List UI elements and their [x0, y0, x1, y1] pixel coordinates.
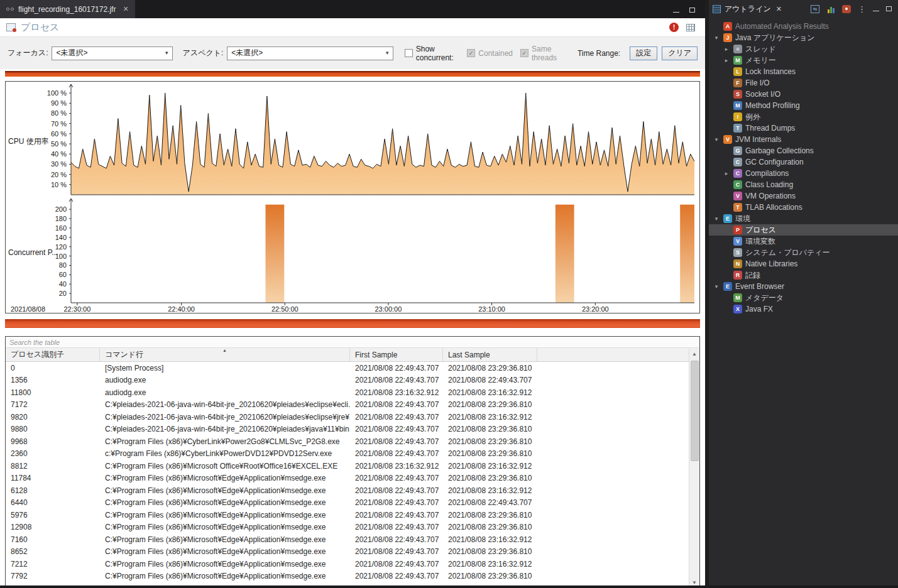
table-row[interactable]: 7160C:¥Program Files (x86)¥Microsoft¥Edg…: [6, 533, 699, 546]
time-range-selector-bottom[interactable]: [5, 319, 700, 328]
chevron-expanded-icon[interactable]: ▾: [713, 136, 720, 143]
sidebar-item-compilations[interactable]: ▸CCompilations: [709, 168, 898, 179]
sidebar-item-tlab-allocations[interactable]: TTLAB Allocations: [709, 202, 898, 213]
chevron-down-icon[interactable]: ▼: [162, 47, 172, 60]
column-header[interactable]: First Sample: [350, 348, 443, 361]
table-cell: C:¥Program Files (x86)¥Microsoft¥Edge¥Ap…: [100, 474, 350, 482]
process-table: プロセス識別子コマンド行▲First SampleLast Sample 0[S…: [5, 336, 700, 588]
chevron-collapsed-icon[interactable]: ▸: [723, 57, 730, 63]
sidebar-item-gc-configuration[interactable]: CGC Configuration: [709, 156, 898, 168]
table-scrollbar[interactable]: ▲ ▼: [689, 349, 699, 588]
time-range-clear-button[interactable]: クリア: [662, 46, 698, 60]
sidebar-item-javafx[interactable]: XJava FX: [709, 303, 898, 315]
checkbox-same-threads[interactable]: ✓Same threads: [520, 45, 566, 62]
table-row[interactable]: 6440C:¥Program Files (x86)¥Microsoft¥Edg…: [6, 497, 699, 509]
editor-restore-icon[interactable]: [689, 4, 695, 15]
checkbox-box-icon[interactable]: ✓: [520, 49, 528, 57]
checkbox-show-concurrent-[interactable]: Show concurrent:: [405, 45, 460, 62]
sidebar-item-class-loading[interactable]: CClass Loading: [709, 179, 898, 190]
sidebar-item-garbage-collections[interactable]: GGarbage Collections: [709, 145, 898, 156]
sidebar-item-lock[interactable]: LLock Instances: [709, 66, 898, 77]
sidebar-item-system-properties[interactable]: Sシステム・プロパティー: [709, 247, 898, 258]
table-row[interactable]: 8812C:¥Program Files (x86)¥Microsoft Off…: [6, 460, 699, 472]
chevron-expanded-icon[interactable]: ▾: [713, 283, 720, 290]
table-row[interactable]: 9968C:¥Program Files (x86)¥CyberLink¥Pow…: [6, 435, 699, 448]
sidebar-restore-icon[interactable]: [886, 4, 892, 13]
scrollbar-thumb[interactable]: [691, 361, 699, 461]
sidebar-item-processes[interactable]: Pプロセス: [709, 224, 898, 236]
sidebar-item-env-variables[interactable]: V環境変数: [709, 236, 898, 247]
focus-selection-icon[interactable]: [842, 5, 851, 13]
error-badge-icon[interactable]: !: [669, 23, 679, 32]
table-cell: 2021/08/08 23:29:36.810: [443, 547, 537, 556]
sidebar-item-automated-analysis[interactable]: AAutomated Analysis Results: [709, 21, 898, 32]
sidebar-item-recording[interactable]: R記録: [709, 270, 898, 281]
sidebar-item-file-io[interactable]: FFile I/O: [709, 77, 898, 89]
sidebar-item-native-libraries[interactable]: NNative Libraries: [709, 258, 898, 270]
table-row[interactable]: 11800audiodg.exe2021/08/08 23:16:32.9122…: [6, 386, 699, 399]
sidebar-item-environment[interactable]: ▾E環境: [709, 213, 898, 224]
sidebar-item-thread-dumps[interactable]: TThread Dumps: [709, 122, 898, 134]
column-header-label: コマンド行: [105, 349, 143, 360]
chevron-collapsed-icon[interactable]: ▸: [723, 46, 730, 52]
time-range-selector-top[interactable]: [5, 71, 700, 77]
search-input[interactable]: [6, 337, 699, 347]
table-row[interactable]: 7172C:¥pleiades-2021-06-java-win-64bit-j…: [6, 399, 699, 411]
column-header[interactable]: Last Sample: [443, 348, 537, 361]
table-row[interactable]: 12908C:¥Program Files (x86)¥Microsoft¥Ed…: [6, 521, 699, 534]
scroll-up-icon[interactable]: ▲: [689, 349, 700, 359]
table-settings-icon[interactable]: [686, 24, 695, 31]
sidebar-item-metadata[interactable]: Mメタデータ: [709, 292, 898, 303]
checkbox-box-icon[interactable]: [405, 49, 413, 57]
focus-combo[interactable]: <未選択> ▼: [52, 46, 172, 60]
sort-chart-icon[interactable]: [826, 5, 835, 13]
sidebar-item-exceptions[interactable]: !例外: [709, 111, 898, 122]
sidebar-item-method-profiling[interactable]: MMethod Profiling: [709, 100, 898, 111]
aspect-combo[interactable]: <未選択> ▼: [227, 46, 393, 60]
table-cell: C:¥Program Files (x86)¥Microsoft¥Edge¥Ap…: [100, 535, 350, 544]
sidebar-item-memory[interactable]: ▸Mメモリー: [709, 55, 898, 66]
table-row[interactable]: 9820C:¥pleiades-2021-06-java-win-64bit-j…: [6, 411, 699, 423]
editor-region: flight_recording_16017172.jfr ✕ プロセス ! フ…: [0, 0, 705, 588]
sidebar-item-label: JVM Internals: [735, 135, 781, 144]
table-row[interactable]: 11784C:¥Program Files (x86)¥Microsoft¥Ed…: [6, 472, 699, 485]
chevron-expanded-icon[interactable]: ▾: [713, 35, 720, 41]
sidebar-item-jvm-internals[interactable]: ▾VJVM Internals: [709, 134, 898, 145]
table-row[interactable]: 6128C:¥Program Files (x86)¥Microsoft¥Edg…: [6, 484, 699, 497]
outline-tab-title[interactable]: アウトライン: [725, 4, 771, 14]
checkbox-box-icon[interactable]: ✓: [467, 49, 475, 57]
table-row[interactable]: 9880C:¥pleiades-2021-06-java-win-64bit-j…: [6, 423, 699, 436]
chevron-collapsed-icon[interactable]: ▸: [723, 170, 730, 177]
column-header[interactable]: [537, 348, 689, 361]
svg-text:2021/08/08: 2021/08/08: [11, 305, 45, 313]
sidebar-item-threads[interactable]: ▸≡スレッド: [709, 43, 898, 55]
link-with-editor-icon[interactable]: ⇆: [811, 5, 819, 13]
sidebar-item-label: TLAB Allocations: [745, 203, 802, 212]
svg-text:22:30:00: 22:30:00: [63, 305, 90, 313]
sidebar-item-java-app[interactable]: ▾JJava アプリケーション: [709, 32, 898, 43]
column-header[interactable]: プロセス識別子: [6, 348, 100, 361]
table-row[interactable]: 7212C:¥Program Files (x86)¥Microsoft¥Edg…: [6, 558, 699, 570]
chevron-down-icon[interactable]: ▼: [382, 47, 393, 60]
table-row[interactable]: 0[System Process]2021/08/08 22:49:43.707…: [6, 362, 699, 374]
table-row[interactable]: 7792C:¥Program Files (x86)¥Microsoft¥Edg…: [6, 570, 699, 583]
view-menu-icon[interactable]: ⋮: [858, 4, 866, 14]
tab-close-icon[interactable]: ✕: [123, 5, 128, 13]
table-row[interactable]: 2360c:¥Program Files (x86)¥CyberLink¥Pow…: [6, 448, 699, 460]
outline-close-icon[interactable]: ✕: [776, 5, 782, 13]
table-row[interactable]: 8652C:¥Program Files (x86)¥Microsoft¥Edg…: [6, 546, 699, 558]
chevron-expanded-icon[interactable]: ▾: [713, 215, 720, 222]
sidebar-item-event-browser[interactable]: ▾EEvent Browser: [709, 281, 898, 292]
editor-minimize-icon[interactable]: [673, 4, 679, 15]
sidebar-minimize-icon[interactable]: [873, 4, 879, 13]
table-row[interactable]: 1356audiodg.exe2021/08/08 22:49:43.70720…: [6, 374, 699, 387]
sidebar-item-socket-io[interactable]: SSocket I/O: [709, 89, 898, 100]
table-body: 0[System Process]2021/08/08 22:49:43.707…: [6, 362, 699, 588]
column-header[interactable]: コマンド行▲: [100, 348, 350, 361]
sidebar-item-vm-operations[interactable]: VVM Operations: [709, 190, 898, 202]
checkbox-contained[interactable]: ✓Contained: [467, 49, 513, 58]
chart-panel[interactable]: 10 %20 %30 %40 %50 %60 %70 %80 %90 %100 …: [5, 81, 700, 313]
editor-tab[interactable]: flight_recording_16017172.jfr ✕: [0, 0, 135, 18]
time-range-set-button[interactable]: 設定: [630, 46, 657, 60]
table-row[interactable]: 5976C:¥Program Files (x86)¥Microsoft¥Edg…: [6, 509, 699, 521]
